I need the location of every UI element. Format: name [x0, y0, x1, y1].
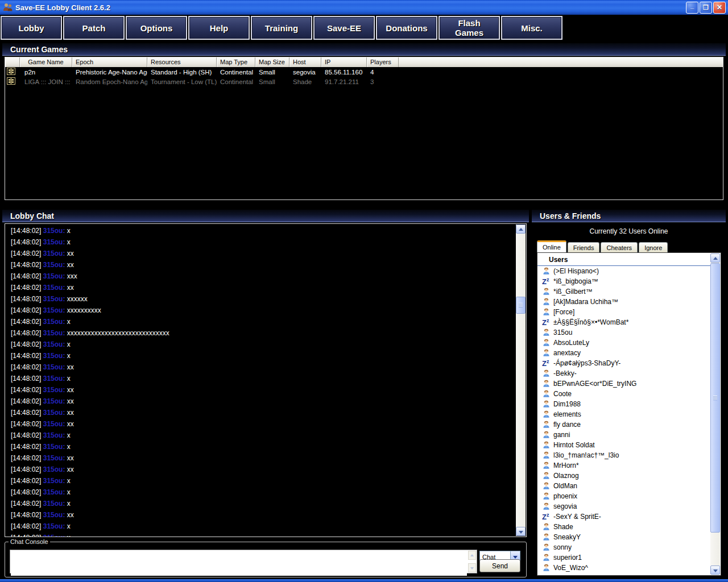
chat-timestamp: [14:48:02] [11, 443, 41, 451]
user-list-item[interactable]: Shade [537, 522, 721, 532]
chat-timestamp: [14:48:02] [11, 352, 41, 360]
scroll-up-icon[interactable] [710, 253, 720, 263]
restore-button[interactable]: ❐ [700, 2, 712, 14]
send-button[interactable]: Send [479, 559, 520, 572]
user-list-item[interactable]: ganni [537, 430, 721, 440]
user-name: AbsoLuteLy [553, 339, 589, 347]
user-list-item[interactable]: MrHorn* [537, 460, 721, 471]
user-list-item[interactable]: (>El Hispano<) [537, 266, 721, 276]
users-scrollbar-thumb[interactable] [710, 263, 720, 533]
close-button[interactable]: ✕ [713, 2, 726, 14]
users-scrollbar[interactable] [710, 253, 720, 575]
user-name: fly dance [553, 421, 581, 429]
chat-scrollbar[interactable] [516, 225, 526, 536]
chat-lines: [14:48:02] 315ou: x [14:48:02] 315ou: x … [5, 225, 515, 537]
chat-message: xx [67, 250, 74, 257]
nav-tab[interactable]: Save-EE [313, 16, 375, 40]
chat-timestamp: [14:48:02] [11, 431, 41, 439]
person-icon [542, 502, 551, 510]
chat-username: 315ou: [43, 420, 65, 428]
game-row[interactable]: LIGA ::: JOIN ::: Random Epoch-Nano Age … [5, 77, 723, 86]
user-list-item[interactable]: phoenix [537, 491, 721, 501]
chat-message: x [67, 352, 71, 360]
nav-tab[interactable]: Training [251, 16, 312, 40]
user-list-item[interactable]: superior1 [537, 552, 721, 563]
chat-timestamp: [14:48:02] [11, 329, 41, 337]
users-list-items: (>El Hispano<) *iß_bigbogia™ [537, 266, 721, 573]
column-header[interactable] [5, 57, 20, 67]
nav-tab[interactable]: Donations [376, 16, 437, 40]
user-list-item[interactable]: Dim1988 [537, 399, 721, 409]
user-list-item[interactable]: sonny [537, 542, 721, 552]
user-list-item[interactable]: -Bekky- [537, 368, 721, 379]
input-scroll-down-icon[interactable] [468, 563, 476, 572]
column-header[interactable]: Map Type [217, 57, 255, 67]
user-list-item[interactable]: SneakyY [537, 532, 721, 542]
chat-timestamp: [14:48:02] [11, 465, 41, 473]
scroll-down-icon[interactable] [710, 566, 720, 575]
scroll-up-icon[interactable] [516, 225, 526, 234]
column-header[interactable]: Map Size [255, 57, 289, 67]
minimize-button[interactable]: _ [686, 2, 698, 14]
chat-timestamp: [14:48:02] [11, 250, 41, 257]
user-list-item[interactable]: Hirntot Soldat [537, 440, 721, 450]
input-scroll-up-icon[interactable] [468, 551, 476, 560]
user-list-item[interactable]: -Ápø¢ałýps3-ShaDyY- [537, 358, 721, 368]
nav-tab[interactable]: Flash Games [439, 16, 500, 40]
column-header[interactable]: Game Name [20, 57, 72, 67]
game-row[interactable]: p2n Prehistoric Age-Nano Age Standard - … [5, 67, 723, 77]
column-header[interactable]: Players [367, 57, 399, 67]
user-name: sonny [553, 543, 572, 551]
user-list-item[interactable]: Olaznog [537, 471, 721, 481]
users-tab[interactable]: Online [537, 240, 566, 252]
column-header[interactable]: Epoch [72, 57, 147, 67]
chat-username: 315ou: [43, 261, 65, 269]
user-list-item[interactable]: 315ou [537, 327, 721, 338]
chat-line: [14:48:02] 315ou: xx [5, 418, 515, 430]
window-title: Save-EE Lobby Client 2.6.2 [15, 3, 685, 12]
nav-tab[interactable]: Misc. [501, 16, 562, 40]
chat-line: [14:48:02] 315ou: xx [5, 509, 515, 521]
chat-log: [14:48:02] 315ou: x [14:48:02] 315ou: x … [5, 223, 527, 537]
user-list-item[interactable]: elements [537, 409, 721, 419]
scroll-down-icon[interactable] [516, 527, 526, 536]
nav-tab[interactable]: Options [126, 16, 187, 40]
users-tab[interactable]: Friends [568, 242, 600, 252]
column-header[interactable]: IP [321, 57, 367, 67]
user-list-item[interactable]: bEPwnAGE<or*DiE_tryING [537, 379, 721, 389]
chat-line: [14:48:02] 315ou: xx [5, 464, 515, 475]
column-header[interactable]: Host [289, 57, 321, 67]
user-list-item[interactable]: segovia [537, 501, 721, 512]
user-list-item[interactable]: fly dance [537, 419, 721, 430]
user-list-item[interactable]: [Ak]Madara Uchiha™ [537, 297, 721, 307]
chat-message: x [67, 522, 71, 530]
user-list-item[interactable]: ±À§§Ë§Ïnô§×•*WomBat* [537, 317, 721, 327]
chat-input[interactable] [11, 551, 467, 576]
users-tab[interactable]: Cheaters [601, 242, 638, 252]
user-list-item[interactable]: VoE_Wizo^ [537, 563, 721, 573]
nav-tab[interactable]: Lobby [1, 16, 62, 40]
chat-line: [14:48:02] 315ou: xxxxxxxxxx [5, 305, 515, 316]
nav-tab[interactable]: Help [188, 16, 250, 40]
user-list-item[interactable]: Coote [537, 389, 721, 399]
user-list-item[interactable]: OldMan [537, 481, 721, 491]
user-list-item[interactable]: *iß_bigbogia™ [537, 276, 721, 286]
user-list-item[interactable]: -SexY & SpritE- [537, 512, 721, 522]
user-list-item[interactable]: anextacy [537, 348, 721, 358]
current-games-panel: Current Games Game Name Epoch Resources … [2, 43, 726, 202]
nav-tab[interactable]: Patch [63, 16, 125, 40]
person-icon [542, 564, 551, 572]
chat-scrollbar-thumb[interactable] [516, 297, 526, 314]
chat-timestamp: [14:48:02] [11, 534, 41, 537]
user-list-item[interactable]: l3io_†man!ac†™_l3io [537, 450, 721, 460]
column-header[interactable]: Resources [147, 57, 217, 67]
game-icon [7, 68, 15, 75]
chat-line: [14:48:02] 315ou: x [5, 373, 515, 384]
user-list-item[interactable]: *iß_Gilbert™ [537, 286, 721, 297]
user-list-item[interactable]: [Force] [537, 307, 721, 317]
chat-message: xx [67, 454, 74, 462]
person-icon [542, 431, 551, 439]
user-name: (>El Hispano<) [553, 267, 599, 275]
users-tab[interactable]: Ignore [639, 242, 668, 252]
user-list-item[interactable]: AbsoLuteLy [537, 338, 721, 348]
